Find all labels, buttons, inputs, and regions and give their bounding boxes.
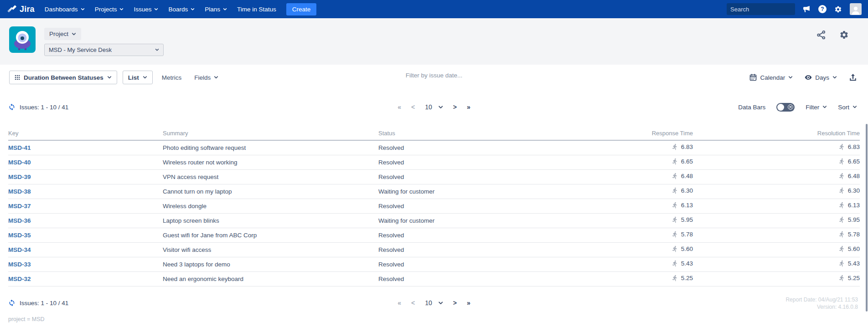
runner-icon <box>838 187 845 194</box>
eye-icon <box>805 74 812 81</box>
settings-icon[interactable] <box>834 5 842 13</box>
table-row: MSD-36 Laptop screen blinks Waiting for … <box>8 213 860 228</box>
chevron-down-icon <box>81 7 85 11</box>
first-page-button[interactable]: « <box>398 299 401 307</box>
chevron-down-icon <box>155 48 159 52</box>
prev-page-button[interactable]: < <box>411 103 415 111</box>
refresh-icon[interactable] <box>8 103 16 111</box>
issue-summary: Wireless router not working <box>163 155 378 169</box>
report-type-button[interactable]: Duration Between Statuses <box>9 71 117 84</box>
response-time-value: 6.13 <box>681 202 693 209</box>
chevron-down-icon <box>119 7 124 11</box>
fields-dropdown[interactable]: Fields <box>191 74 222 81</box>
metrics-tab[interactable]: Metrics <box>158 74 186 81</box>
issue-key-link[interactable]: MSD-41 <box>8 144 31 151</box>
project-header: Project MSD - My Service Desk <box>0 18 868 65</box>
resolution-time-value: 6.83 <box>848 143 860 150</box>
export-icon[interactable] <box>849 73 857 82</box>
runner-icon <box>838 231 845 238</box>
scope-selector-button[interactable]: Project <box>44 28 81 40</box>
create-button[interactable]: Create <box>286 3 317 15</box>
next-page-button[interactable]: > <box>453 299 457 307</box>
list-controls-right: Data Bars Filter Sort <box>738 101 857 113</box>
issue-summary: Visitor wifi access <box>163 242 378 257</box>
chevron-down-icon <box>191 7 195 11</box>
report-toolbar: Duration Between Statuses List Metrics F… <box>0 71 868 84</box>
report-date: Report Date: 04/Aug/21 11:53 <box>785 296 858 303</box>
table-row: MSD-40 Wireless router not working Resol… <box>8 155 860 169</box>
runner-icon <box>838 202 845 209</box>
issue-key-link[interactable]: MSD-32 <box>8 276 31 282</box>
vertical-scrollbar[interactable] <box>866 124 868 312</box>
nav-item-time-in-status[interactable]: Time in Status <box>237 6 276 13</box>
search-input[interactable] <box>730 6 811 13</box>
report-settings-icon[interactable] <box>839 30 849 40</box>
nav-item-dashboards[interactable]: Dashboards <box>45 6 85 13</box>
issue-status: Resolved <box>378 271 561 286</box>
help-icon[interactable]: ? <box>818 5 827 13</box>
first-page-button[interactable]: « <box>398 103 401 111</box>
issue-summary: Need an ergonomic keyboard <box>163 271 378 286</box>
issue-summary: Laptop screen blinks <box>163 213 378 228</box>
issue-key-link[interactable]: MSD-39 <box>8 174 31 180</box>
filter-dropdown[interactable]: Filter <box>806 104 827 111</box>
table-row: MSD-39 VPN access request Resolved 6.48 … <box>8 169 860 184</box>
issue-key-link[interactable]: MSD-34 <box>8 246 31 253</box>
issues-count-label: Issues: 1 - 10 / 41 <box>20 104 68 111</box>
user-avatar[interactable] <box>850 3 862 15</box>
runner-icon <box>672 260 678 267</box>
data-bars-label: Data Bars <box>738 104 765 111</box>
calendar-dropdown[interactable]: Calendar <box>749 74 793 81</box>
issue-summary: Guest wifi for Jane from ABC Corp <box>163 228 378 242</box>
table-row: MSD-34 Visitor wifi access Resolved 5.60… <box>8 242 860 257</box>
issue-date-filter-input[interactable] <box>379 72 489 79</box>
project-select[interactable]: MSD - My Service Desk <box>44 44 164 56</box>
runner-icon <box>838 158 845 165</box>
units-dropdown[interactable]: Days <box>805 74 837 81</box>
resolution-time-value: 5.43 <box>848 260 860 267</box>
response-time-value: 6.83 <box>681 143 693 150</box>
column-header-status: Status <box>378 127 561 140</box>
chevron-down-icon <box>143 75 147 80</box>
issue-key-link[interactable]: MSD-37 <box>8 203 31 209</box>
resolution-time-value: 6.30 <box>848 187 860 194</box>
table-row: MSD-32 Need an ergonomic keyboard Resolv… <box>8 271 860 286</box>
issue-key-link[interactable]: MSD-36 <box>8 217 31 224</box>
share-icon[interactable] <box>816 30 826 40</box>
prev-page-button[interactable]: < <box>411 299 415 307</box>
last-page-button[interactable]: » <box>467 103 470 111</box>
refresh-icon[interactable] <box>8 299 16 307</box>
resolution-time-value: 5.60 <box>848 245 860 252</box>
jira-brand[interactable]: Jira <box>6 4 35 14</box>
resolution-time-value: 6.13 <box>848 202 860 209</box>
next-page-button[interactable]: > <box>453 103 457 111</box>
runner-icon <box>838 245 845 252</box>
issue-summary: VPN access request <box>163 169 378 184</box>
nav-item-plans[interactable]: Plans <box>205 6 227 13</box>
response-time-value: 5.25 <box>681 275 693 281</box>
resolution-time-value: 5.78 <box>848 231 860 238</box>
project-avatar-art <box>9 26 36 53</box>
top-navigation: Jira Dashboards Projects Issues Boards P… <box>0 0 868 18</box>
issue-key-link[interactable]: MSD-33 <box>8 261 31 268</box>
response-time-value: 6.48 <box>681 173 693 179</box>
issues-table: Key Summary Status Response Time Resolut… <box>8 127 860 286</box>
nav-item-issues[interactable]: Issues <box>134 6 158 13</box>
issue-status: Resolved <box>378 228 561 242</box>
page-size-select[interactable]: 10 <box>425 299 443 307</box>
global-search[interactable] <box>727 3 795 15</box>
sort-dropdown[interactable]: Sort <box>838 104 857 111</box>
issue-key-link[interactable]: MSD-38 <box>8 188 31 195</box>
page-size-select[interactable]: 10 <box>425 103 443 111</box>
nav-item-projects[interactable]: Projects <box>95 6 124 13</box>
person-icon <box>851 5 861 15</box>
view-selector-button[interactable]: List <box>123 71 153 84</box>
issue-status: Resolved <box>378 169 561 184</box>
nav-item-boards[interactable]: Boards <box>168 6 195 13</box>
announcement-icon[interactable] <box>803 5 811 13</box>
data-bars-toggle[interactable] <box>776 103 795 112</box>
chevron-down-icon <box>438 105 443 110</box>
last-page-button[interactable]: » <box>467 299 470 307</box>
issue-key-link[interactable]: MSD-40 <box>8 159 31 166</box>
issue-key-link[interactable]: MSD-35 <box>8 232 31 239</box>
